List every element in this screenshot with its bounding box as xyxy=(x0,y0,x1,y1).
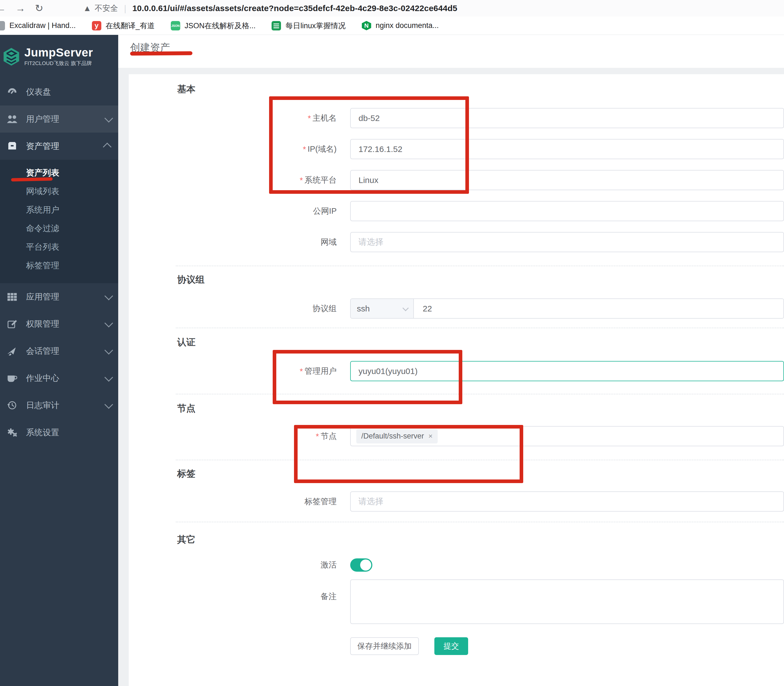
field-row-protocols: 协议组 ssh 22 xyxy=(129,299,784,318)
security-warning-icon[interactable]: ▲ xyxy=(83,3,91,13)
save-and-continue-button[interactable]: 保存并继续添加 xyxy=(350,637,419,655)
domain-label: 网域 xyxy=(129,237,350,248)
assets-submenu: 资产列表 网域列表 系统用户 命令过滤 平台列表 标签管理 xyxy=(0,160,118,283)
logo[interactable]: JumpServer FIT2CLOUD飞致云 旗下品牌 xyxy=(0,35,118,78)
node-multiselect[interactable]: /Default/ssh-server × xyxy=(350,426,784,446)
forward-icon[interactable]: → xyxy=(15,3,26,13)
field-row-hostname: *主机名 db-52 xyxy=(129,108,784,128)
sidebar-item-system-settings[interactable]: 系统设置 xyxy=(0,419,118,446)
section-basic: 基本 xyxy=(177,83,784,95)
toggle-knob xyxy=(360,560,371,570)
platform-label: *系统平台 xyxy=(129,175,350,186)
protocol-port-input[interactable]: 22 xyxy=(414,299,784,318)
reload-icon[interactable]: ↻ xyxy=(35,3,43,13)
sidebar-item-asset-list[interactable]: 资产列表 xyxy=(0,163,118,182)
page-header: 创建资产 xyxy=(118,35,784,68)
users-icon xyxy=(6,113,18,124)
remove-tag-icon[interactable]: × xyxy=(428,432,433,441)
admin-user-select[interactable]: yuyu01(yuyu01) xyxy=(350,361,784,381)
section-auth: 认证 xyxy=(177,336,784,348)
jumpserver-logo-icon xyxy=(3,47,20,66)
bookmark-linux-sheet[interactable]: 每日linux掌握情况 xyxy=(271,21,346,31)
platform-select[interactable]: Linux xyxy=(350,170,784,190)
bookmark-nginx[interactable]: N nginx documenta... xyxy=(362,21,439,31)
chevron-down-icon xyxy=(105,400,113,409)
sidebar-item-assets[interactable]: 资产管理 xyxy=(0,132,118,160)
spreadsheet-icon xyxy=(271,21,281,31)
form-actions: 保存并继续添加 提交 xyxy=(350,637,784,655)
ip-label: *IP(域名) xyxy=(129,144,350,155)
sidebar-item-applications[interactable]: 应用管理 xyxy=(0,283,118,310)
protocol-group: ssh 22 xyxy=(350,299,784,318)
divider xyxy=(176,459,784,461)
sidebar-item-log-audit[interactable]: 日志审计 xyxy=(0,392,118,419)
bookmark-youdao[interactable]: y 在线翻译_有道 xyxy=(92,21,155,31)
active-toggle[interactable] xyxy=(350,559,372,572)
field-row-domain: 网域 请选择 xyxy=(129,232,784,252)
excalidraw-icon xyxy=(0,21,5,31)
field-row-active: 激活 xyxy=(129,559,784,572)
divider xyxy=(176,394,784,395)
sidebar-item-command-filter[interactable]: 命令过滤 xyxy=(0,219,118,238)
sidebar-nav: 仪表盘 用户管理 资产管理 资产列表 网域列表 系统用户 命令 xyxy=(0,78,118,446)
sidebar-item-users[interactable]: 用户管理 xyxy=(0,106,118,132)
domain-select[interactable]: 请选择 xyxy=(350,232,784,252)
bookmarks-bar: Excalidraw | Hand... y 在线翻译_有道 JSON JSON… xyxy=(0,16,784,35)
history-clock-icon xyxy=(6,400,18,411)
protocol-select[interactable]: ssh xyxy=(351,299,414,318)
section-node: 节点 xyxy=(177,403,784,414)
chevron-down-icon xyxy=(105,373,113,382)
logo-subtitle: FIT2CLOUD飞致云 旗下品牌 xyxy=(24,60,93,67)
section-other: 其它 xyxy=(177,534,784,545)
section-protocol: 协议组 xyxy=(177,274,784,285)
sidebar-item-system-users[interactable]: 系统用户 xyxy=(0,201,118,219)
nginx-icon: N xyxy=(362,21,371,31)
field-row-public-ip: 公网IP xyxy=(129,201,784,221)
section-label: 标签 xyxy=(177,468,784,479)
youdao-icon: y xyxy=(92,21,101,31)
back-icon[interactable]: ← xyxy=(0,3,6,13)
labels-label: 标签管理 xyxy=(129,496,350,507)
browser-address-bar: ← → ↻ ▲ 不安全 | 10.0.0.61/ui/#/assets/asse… xyxy=(0,0,784,16)
node-tag: /Default/ssh-server × xyxy=(356,429,438,444)
sidebar-item-label-management[interactable]: 标签管理 xyxy=(0,256,118,275)
divider xyxy=(176,266,784,266)
sidebar-item-dashboard[interactable]: 仪表盘 xyxy=(0,78,118,106)
sidebar-item-sessions[interactable]: 会话管理 xyxy=(0,338,118,364)
comment-label: 备注 xyxy=(129,580,350,602)
sidebar: JumpServer FIT2CLOUD飞致云 旗下品牌 仪表盘 用户管理 xyxy=(0,35,118,686)
logo-title: JumpServer xyxy=(24,46,93,59)
field-row-admin-user: *管理用户 yuyu01(yuyu01) xyxy=(129,361,784,381)
field-row-labels: 标签管理 请选择 xyxy=(129,492,784,511)
ip-input[interactable]: 172.16.1.52 xyxy=(350,139,784,159)
labels-select[interactable]: 请选择 xyxy=(350,492,784,511)
sidebar-item-permissions[interactable]: 权限管理 xyxy=(0,310,118,338)
main-body: 基本 *主机名 db-52 *IP(域名) 172.16.1.52 *系统平台 … xyxy=(118,68,784,686)
json-icon: JSON xyxy=(171,21,180,31)
submit-button[interactable]: 提交 xyxy=(434,637,468,655)
chevron-down-icon xyxy=(105,114,113,122)
public-ip-label: 公网IP xyxy=(129,206,350,217)
sidebar-item-job-center[interactable]: 作业中心 xyxy=(0,364,118,392)
gauge-icon xyxy=(6,87,18,98)
bookmark-json[interactable]: JSON JSON在线解析及格... xyxy=(171,21,256,31)
url-text[interactable]: 10.0.0.61/ui/#/assets/assets/create?node… xyxy=(132,3,457,13)
field-row-ip: *IP(域名) 172.16.1.52 xyxy=(129,139,784,159)
sidebar-item-platform-list[interactable]: 平台列表 xyxy=(0,238,118,256)
page-title: 创建资产 xyxy=(130,41,170,54)
chevron-down-icon xyxy=(105,346,113,354)
hostname-label: *主机名 xyxy=(129,113,350,124)
public-ip-input[interactable] xyxy=(350,201,784,221)
gears-icon xyxy=(6,427,18,438)
field-row-platform: *系统平台 Linux xyxy=(129,170,784,190)
chevron-down-icon xyxy=(402,305,409,311)
sidebar-item-domain-list[interactable]: 网域列表 xyxy=(0,182,118,201)
rocket-icon xyxy=(6,346,18,356)
edit-pen-icon xyxy=(6,318,18,330)
divider xyxy=(176,521,784,523)
node-label: *节点 xyxy=(129,431,350,442)
comment-textarea[interactable] xyxy=(350,580,784,624)
bookmark-excalidraw[interactable]: Excalidraw | Hand... xyxy=(0,21,76,31)
chevron-down-icon xyxy=(105,292,113,301)
hostname-input[interactable]: db-52 xyxy=(350,108,784,128)
